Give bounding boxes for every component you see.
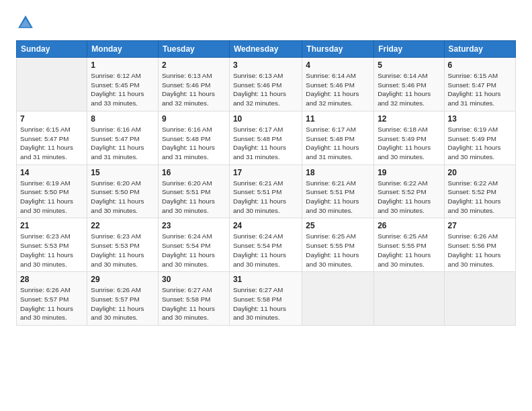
cell-info: Sunrise: 6:13 AMSunset: 5:46 PMDaylight:… xyxy=(233,71,298,108)
calendar-cell xyxy=(302,272,374,326)
calendar-cell: 9Sunrise: 6:16 AMSunset: 5:48 PMDaylight… xyxy=(158,111,229,165)
week-row-2: 14Sunrise: 6:19 AMSunset: 5:50 PMDayligh… xyxy=(17,165,516,218)
cell-day-number: 12 xyxy=(378,114,440,124)
calendar-cell: 10Sunrise: 6:17 AMSunset: 5:48 PMDayligh… xyxy=(229,111,302,165)
cell-day-number: 6 xyxy=(448,60,512,70)
calendar-table: SundayMondayTuesdayWednesdayThursdayFrid… xyxy=(16,40,516,326)
header-row: SundayMondayTuesdayWednesdayThursdayFrid… xyxy=(17,41,516,58)
calendar-cell: 20Sunrise: 6:22 AMSunset: 5:52 PMDayligh… xyxy=(444,165,515,218)
calendar-cell: 11Sunrise: 6:17 AMSunset: 5:48 PMDayligh… xyxy=(302,111,374,165)
header-day-monday: Monday xyxy=(87,41,159,58)
cell-day-number: 8 xyxy=(91,114,154,124)
calendar-cell: 26Sunrise: 6:25 AMSunset: 5:55 PMDayligh… xyxy=(374,218,444,272)
week-row-1: 7Sunrise: 6:15 AMSunset: 5:47 PMDaylight… xyxy=(17,111,516,165)
cell-info: Sunrise: 6:27 AMSunset: 5:58 PMDaylight:… xyxy=(162,285,226,322)
calendar-cell: 17Sunrise: 6:21 AMSunset: 5:51 PMDayligh… xyxy=(229,165,302,218)
cell-info: Sunrise: 6:20 AMSunset: 5:50 PMDaylight:… xyxy=(91,179,154,216)
calendar-cell: 2Sunrise: 6:13 AMSunset: 5:46 PMDaylight… xyxy=(158,58,229,111)
cell-info: Sunrise: 6:26 AMSunset: 5:57 PMDaylight:… xyxy=(20,285,83,322)
week-row-0: 1Sunrise: 6:12 AMSunset: 5:45 PMDaylight… xyxy=(17,58,516,111)
cell-day-number: 29 xyxy=(91,275,154,284)
calendar-cell: 16Sunrise: 6:20 AMSunset: 5:51 PMDayligh… xyxy=(158,165,229,218)
cell-info: Sunrise: 6:25 AMSunset: 5:55 PMDaylight:… xyxy=(306,232,370,269)
cell-day-number: 1 xyxy=(91,60,154,70)
cell-info: Sunrise: 6:19 AMSunset: 5:50 PMDaylight:… xyxy=(20,179,83,216)
calendar-cell: 6Sunrise: 6:15 AMSunset: 5:47 PMDaylight… xyxy=(444,58,515,111)
cell-day-number: 10 xyxy=(233,114,298,124)
calendar-cell: 21Sunrise: 6:23 AMSunset: 5:53 PMDayligh… xyxy=(17,218,87,272)
cell-day-number: 21 xyxy=(20,221,83,230)
cell-info: Sunrise: 6:23 AMSunset: 5:53 PMDaylight:… xyxy=(20,232,83,269)
header xyxy=(16,13,516,32)
cell-info: Sunrise: 6:26 AMSunset: 5:56 PMDaylight:… xyxy=(448,232,512,269)
header-day-friday: Friday xyxy=(374,41,444,58)
calendar-cell xyxy=(444,272,515,326)
calendar-cell: 15Sunrise: 6:20 AMSunset: 5:50 PMDayligh… xyxy=(87,165,159,218)
cell-day-number: 4 xyxy=(306,60,370,70)
header-day-thursday: Thursday xyxy=(302,41,374,58)
calendar-cell xyxy=(17,58,87,111)
cell-info: Sunrise: 6:19 AMSunset: 5:49 PMDaylight:… xyxy=(448,125,512,162)
calendar-cell: 31Sunrise: 6:27 AMSunset: 5:58 PMDayligh… xyxy=(229,272,302,326)
cell-day-number: 2 xyxy=(162,60,226,70)
calendar-cell: 8Sunrise: 6:16 AMSunset: 5:47 PMDaylight… xyxy=(87,111,159,165)
cell-info: Sunrise: 6:15 AMSunset: 5:47 PMDaylight:… xyxy=(20,125,83,162)
cell-day-number: 19 xyxy=(378,168,440,177)
cell-info: Sunrise: 6:17 AMSunset: 5:48 PMDaylight:… xyxy=(233,125,298,162)
calendar-cell: 3Sunrise: 6:13 AMSunset: 5:46 PMDaylight… xyxy=(229,58,302,111)
cell-day-number: 14 xyxy=(20,168,83,177)
logo-icon xyxy=(16,13,35,32)
cell-info: Sunrise: 6:24 AMSunset: 5:54 PMDaylight:… xyxy=(233,232,298,269)
calendar-cell: 4Sunrise: 6:14 AMSunset: 5:46 PMDaylight… xyxy=(302,58,374,111)
cell-day-number: 13 xyxy=(448,114,512,124)
cell-info: Sunrise: 6:24 AMSunset: 5:54 PMDaylight:… xyxy=(162,232,226,269)
calendar-cell: 14Sunrise: 6:19 AMSunset: 5:50 PMDayligh… xyxy=(17,165,87,218)
cell-info: Sunrise: 6:16 AMSunset: 5:47 PMDaylight:… xyxy=(91,125,154,162)
calendar-cell: 27Sunrise: 6:26 AMSunset: 5:56 PMDayligh… xyxy=(444,218,515,272)
cell-day-number: 17 xyxy=(233,168,298,177)
cell-day-number: 26 xyxy=(378,221,440,230)
cell-info: Sunrise: 6:25 AMSunset: 5:55 PMDaylight:… xyxy=(378,232,440,269)
cell-info: Sunrise: 6:26 AMSunset: 5:57 PMDaylight:… xyxy=(91,285,154,322)
calendar-cell: 12Sunrise: 6:18 AMSunset: 5:49 PMDayligh… xyxy=(374,111,444,165)
header-day-sunday: Sunday xyxy=(17,41,87,58)
calendar-header: SundayMondayTuesdayWednesdayThursdayFrid… xyxy=(17,41,516,58)
cell-day-number: 18 xyxy=(306,168,370,177)
calendar-cell: 5Sunrise: 6:14 AMSunset: 5:46 PMDaylight… xyxy=(374,58,444,111)
cell-info: Sunrise: 6:21 AMSunset: 5:51 PMDaylight:… xyxy=(233,179,298,216)
cell-day-number: 28 xyxy=(20,275,83,284)
cell-info: Sunrise: 6:14 AMSunset: 5:46 PMDaylight:… xyxy=(306,71,370,108)
cell-day-number: 11 xyxy=(306,114,370,124)
cell-day-number: 7 xyxy=(20,114,83,124)
header-day-tuesday: Tuesday xyxy=(158,41,229,58)
week-row-3: 21Sunrise: 6:23 AMSunset: 5:53 PMDayligh… xyxy=(17,218,516,272)
cell-info: Sunrise: 6:22 AMSunset: 5:52 PMDaylight:… xyxy=(448,179,512,216)
page: SundayMondayTuesdayWednesdayThursdayFrid… xyxy=(0,0,532,411)
cell-day-number: 30 xyxy=(162,275,226,284)
cell-day-number: 20 xyxy=(448,168,512,177)
cell-info: Sunrise: 6:13 AMSunset: 5:46 PMDaylight:… xyxy=(162,71,226,108)
cell-info: Sunrise: 6:27 AMSunset: 5:58 PMDaylight:… xyxy=(233,285,298,322)
cell-info: Sunrise: 6:21 AMSunset: 5:51 PMDaylight:… xyxy=(306,179,370,216)
header-day-saturday: Saturday xyxy=(444,41,515,58)
cell-info: Sunrise: 6:18 AMSunset: 5:49 PMDaylight:… xyxy=(378,125,440,162)
cell-day-number: 31 xyxy=(233,275,298,284)
calendar-body: 1Sunrise: 6:12 AMSunset: 5:45 PMDaylight… xyxy=(17,58,516,326)
cell-day-number: 27 xyxy=(448,221,512,230)
calendar-cell: 23Sunrise: 6:24 AMSunset: 5:54 PMDayligh… xyxy=(158,218,229,272)
calendar-cell xyxy=(374,272,444,326)
logo xyxy=(16,13,38,32)
calendar-cell: 30Sunrise: 6:27 AMSunset: 5:58 PMDayligh… xyxy=(158,272,229,326)
cell-day-number: 5 xyxy=(378,60,440,70)
cell-info: Sunrise: 6:20 AMSunset: 5:51 PMDaylight:… xyxy=(162,179,226,216)
calendar-cell: 1Sunrise: 6:12 AMSunset: 5:45 PMDaylight… xyxy=(87,58,159,111)
cell-info: Sunrise: 6:12 AMSunset: 5:45 PMDaylight:… xyxy=(91,71,154,108)
cell-info: Sunrise: 6:16 AMSunset: 5:48 PMDaylight:… xyxy=(162,125,226,162)
cell-day-number: 15 xyxy=(91,168,154,177)
header-day-wednesday: Wednesday xyxy=(229,41,302,58)
calendar-cell: 24Sunrise: 6:24 AMSunset: 5:54 PMDayligh… xyxy=(229,218,302,272)
cell-info: Sunrise: 6:14 AMSunset: 5:46 PMDaylight:… xyxy=(378,71,440,108)
calendar-cell: 22Sunrise: 6:23 AMSunset: 5:53 PMDayligh… xyxy=(87,218,159,272)
cell-info: Sunrise: 6:15 AMSunset: 5:47 PMDaylight:… xyxy=(448,71,512,108)
calendar-cell: 28Sunrise: 6:26 AMSunset: 5:57 PMDayligh… xyxy=(17,272,87,326)
